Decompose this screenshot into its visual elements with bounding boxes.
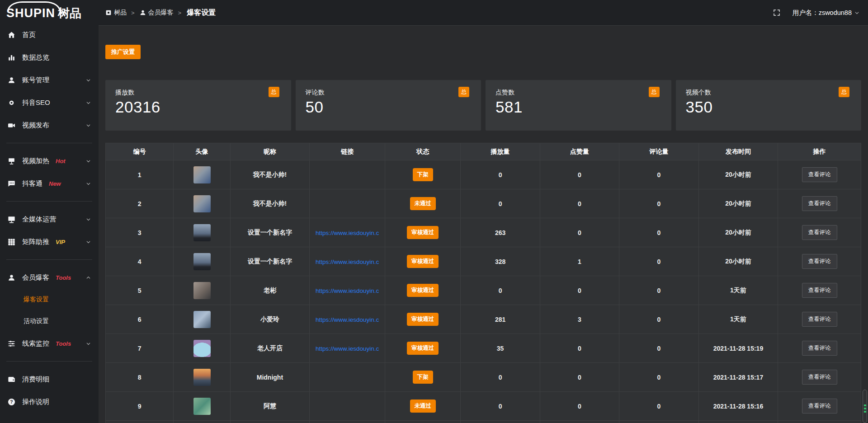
- status-button[interactable]: 未通过: [410, 197, 436, 210]
- video-link[interactable]: https://www.iesdouyin.c: [316, 316, 379, 323]
- view-comments-button[interactable]: 查看评论: [802, 370, 837, 385]
- username: zswodun88: [819, 9, 852, 16]
- table-header-row: 编号头像昵称链接状态播放量点赞量评论量发布时间操作: [106, 143, 861, 160]
- user-menu[interactable]: 用户名： zswodun88: [793, 9, 860, 17]
- sidebar-item-视频发布[interactable]: 视频发布: [0, 114, 99, 136]
- cell-comments: 0: [619, 189, 698, 218]
- sidebar-subitem-爆客设置[interactable]: 爆客设置: [0, 289, 99, 310]
- sidebar-item-抖音SEO[interactable]: 抖音SEO: [0, 91, 99, 114]
- chevron-down-icon: [85, 341, 91, 347]
- sidebar-item-账号管理[interactable]: 账号管理: [0, 69, 99, 91]
- stat-total-badge: 总: [269, 87, 279, 97]
- cell-comments: 0: [619, 247, 698, 276]
- sidebar-item-数据总览[interactable]: 数据总览: [0, 46, 99, 69]
- sidebar-item-消费明细[interactable]: 消费明细: [0, 368, 99, 390]
- avatar: [193, 398, 211, 415]
- cell-nickname: 小爱玲: [230, 305, 309, 334]
- sidebar-item-badge: Hot: [56, 158, 66, 164]
- cell-plays: 0: [461, 189, 540, 218]
- grid-icon: [7, 238, 16, 246]
- page-scrollbar[interactable]: [863, 0, 868, 423]
- promo-settings-button[interactable]: 推广设置: [105, 45, 141, 59]
- cell-status: 未通过: [385, 392, 461, 421]
- sidebar-item-抖客通[interactable]: 抖客通New: [0, 172, 99, 195]
- cell-comments: 0: [619, 392, 698, 421]
- breadcrumb-item-会员爆客[interactable]: 会员爆客: [139, 9, 174, 17]
- sidebar-item-label: 会员爆客: [22, 273, 49, 282]
- cell-nickname: 设置一个新名字: [230, 247, 309, 276]
- stat-card-视频个数: 视频个数350总: [676, 80, 862, 131]
- sidebar-item-全媒体运营[interactable]: 全媒体运营: [0, 208, 99, 230]
- breadcrumb-item-树品[interactable]: 树品: [105, 9, 127, 17]
- sidebar-item-视频加热[interactable]: 视频加热Hot: [0, 150, 99, 172]
- cell-nickname: Midnight: [230, 363, 309, 392]
- video-link[interactable]: https://www.iesdouyin.c: [316, 230, 379, 236]
- cell-time: 20小时前: [698, 189, 778, 218]
- cell-plays: 281: [461, 305, 540, 334]
- cell-id: 9: [106, 392, 174, 421]
- sliders-icon: [7, 339, 16, 348]
- cell-status: 审核通过: [385, 218, 461, 247]
- cell-avatar: [174, 334, 230, 363]
- cell-avatar: [174, 305, 230, 334]
- breadcrumb-item-爆客设置[interactable]: 爆客设置: [186, 8, 216, 18]
- sidebar-item-首页[interactable]: 首页: [0, 24, 99, 46]
- video-link[interactable]: https://www.iesdouyin.c: [316, 258, 379, 265]
- status-button[interactable]: 未通过: [410, 400, 436, 413]
- status-button[interactable]: 下架: [413, 168, 433, 181]
- username-label: 用户名：: [793, 9, 819, 17]
- sidebar-item-badge: Tools: [56, 340, 71, 347]
- view-comments-button[interactable]: 查看评论: [802, 196, 837, 211]
- sidebar-item-badge: VIP: [56, 239, 65, 245]
- video-table: 编号头像昵称链接状态播放量点赞量评论量发布时间操作 1我不是小帅!下架00020…: [105, 143, 861, 423]
- cell-link: [310, 189, 385, 218]
- cell-avatar: [174, 276, 230, 305]
- cell-nickname: [230, 421, 309, 423]
- table-row: 10: [106, 421, 861, 423]
- view-comments-button[interactable]: 查看评论: [802, 254, 837, 269]
- sidebar-item-label: 视频加热: [22, 157, 49, 165]
- cell-likes: 0: [540, 392, 619, 421]
- status-button[interactable]: 下架: [413, 371, 433, 384]
- sidebar-item-会员爆客[interactable]: 会员爆客Tools: [0, 266, 99, 289]
- column-header-编号: 编号: [106, 143, 174, 160]
- chevron-down-icon: [854, 10, 860, 16]
- sidebar-item-矩阵助推[interactable]: 矩阵助推VIP: [0, 230, 99, 253]
- sidebar-item-操作说明[interactable]: ?操作说明: [0, 390, 99, 413]
- view-comments-button[interactable]: 查看评论: [802, 312, 837, 327]
- cell-likes: 0: [540, 334, 619, 363]
- status-button[interactable]: 审核通过: [407, 342, 439, 355]
- status-button[interactable]: 审核通过: [407, 313, 439, 326]
- video-link[interactable]: https://www.iesdouyin.c: [316, 287, 379, 294]
- scrollbar-marks: [864, 404, 866, 414]
- column-header-头像: 头像: [174, 143, 230, 160]
- video-link[interactable]: https://www.iesdouyin.c: [316, 345, 379, 352]
- view-comments-button[interactable]: 查看评论: [802, 283, 837, 298]
- view-comments-button[interactable]: 查看评论: [802, 341, 837, 356]
- cell-status: 审核通过: [385, 276, 461, 305]
- sidebar-subitem-活动设置[interactable]: 活动设置: [0, 310, 99, 332]
- cell-id: 1: [106, 160, 174, 189]
- view-comments-button[interactable]: 查看评论: [802, 399, 837, 414]
- avatar: [193, 282, 211, 299]
- chevron-down-icon: [85, 100, 91, 106]
- cell-nickname: 设置一个新名字: [230, 218, 309, 247]
- sidebar: SHUPIN 树品 首页数据总览账号管理抖音SEO视频发布视频加热Hot抖客通N…: [0, 0, 99, 423]
- app-logo[interactable]: SHUPIN 树品: [0, 0, 99, 22]
- sidebar-divider: [6, 201, 92, 202]
- cell-action: 查看评论: [778, 392, 861, 421]
- view-comments-button[interactable]: 查看评论: [802, 167, 837, 182]
- sidebar-item-线索监控[interactable]: 线索监控Tools: [0, 332, 99, 355]
- status-button[interactable]: 审核通过: [407, 255, 439, 268]
- table-row: 1我不是小帅!下架00020小时前查看评论: [106, 160, 861, 189]
- status-button[interactable]: 审核通过: [407, 226, 439, 239]
- cell-nickname: 阿慧: [230, 392, 309, 421]
- column-header-状态: 状态: [385, 143, 461, 160]
- cell-plays: 0: [461, 363, 540, 392]
- status-button[interactable]: 审核通过: [407, 284, 439, 297]
- table-body: 1我不是小帅!下架00020小时前查看评论2我不是小帅!未通过00020小时前查…: [106, 160, 861, 423]
- cell-time: 2021-11-28 15:19: [698, 334, 778, 363]
- view-comments-button[interactable]: 查看评论: [802, 225, 837, 240]
- table-row: 6小爱玲https://www.iesdouyin.c审核通过281301天前查…: [106, 305, 861, 334]
- fullscreen-icon[interactable]: [773, 9, 781, 17]
